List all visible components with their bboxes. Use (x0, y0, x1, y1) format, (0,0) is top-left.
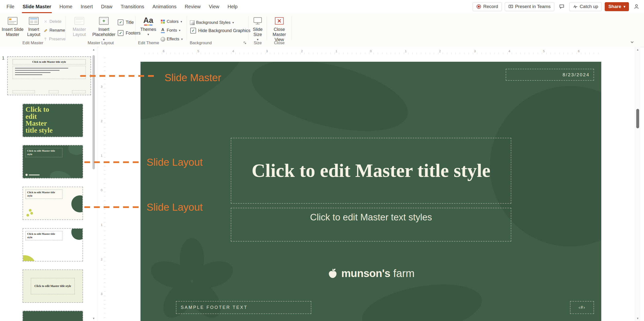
delete-button[interactable]: × Delete (43, 18, 66, 26)
title-checkbox[interactable]: ✓ Title (118, 20, 134, 25)
tab-review[interactable]: Review (180, 0, 205, 13)
catch-up-label: Catch up (580, 4, 598, 9)
share-button[interactable]: Share ▾ (605, 2, 629, 11)
leaf-decoration (22, 253, 37, 261)
dropdown-chevron-icon: ▾ (232, 21, 234, 24)
tab-animations[interactable]: Animations (148, 0, 180, 13)
group-label-edit-master: Edit Master (0, 41, 66, 45)
collapse-ribbon-button[interactable] (630, 41, 634, 45)
main-scrollbar-thumb[interactable] (636, 109, 639, 128)
scroll-up-icon[interactable]: ▲ (635, 48, 640, 51)
close-master-view-button[interactable]: Close Master View (268, 15, 291, 45)
dropdown-chevron-icon: ▾ (179, 29, 180, 32)
insert-placeholder-icon (99, 16, 109, 26)
tab-insert[interactable]: Insert (76, 0, 97, 13)
checkbox-checked-icon: ✓ (118, 20, 124, 25)
footer-placeholder[interactable]: SAMPLE FOOTER TEXT (176, 301, 311, 314)
circle-decoration (71, 195, 83, 212)
thumbnail-body-placeholder (12, 66, 86, 79)
slide-index-number: 1 (2, 55, 4, 61)
fonts-icon: A (160, 28, 165, 33)
body-placeholder[interactable]: Click to edit Master text styles (231, 208, 511, 242)
scroll-up-icon[interactable]: ▲ (92, 48, 96, 51)
catch-up-button[interactable]: Catch up (569, 2, 602, 11)
thumbnail-footer-placeholders (12, 90, 86, 93)
thumbnail-layout-4[interactable]: Click to edit Master title style (22, 228, 83, 261)
scroll-down-icon[interactable]: ▼ (92, 317, 96, 320)
annotation-slide-layout-1: Slide Layout (146, 156, 202, 168)
person-icon (634, 4, 639, 9)
tab-home[interactable]: Home (55, 0, 76, 13)
delete-label: Delete (50, 19, 62, 24)
thumbnail-scrollbar[interactable]: ▲ ▼ (92, 47, 96, 321)
insert-slide-master-button[interactable]: Insert Slide Master (0, 15, 25, 45)
themes-button[interactable]: Aa Themes ▾ (138, 15, 159, 45)
slide-size-icon (253, 16, 262, 26)
fonts-button[interactable]: A Fonts ▾ (160, 26, 186, 35)
slide-number-placeholder[interactable]: ‹#› (570, 301, 594, 314)
fonts-label: Fonts (167, 28, 177, 33)
thumbnail-logo-icon (26, 174, 28, 176)
dropdown-chevron-icon: ▾ (180, 20, 182, 23)
background-styles-icon (190, 21, 194, 25)
tab-help[interactable]: Help (224, 0, 242, 13)
title-placeholder[interactable]: Click to edit Master title style (231, 138, 511, 204)
hide-background-graphics-checkbox[interactable]: ✓ Hide Background Graphics (190, 28, 250, 34)
tab-view[interactable]: View (205, 0, 224, 13)
thumbnail-title-placeholder: Click to edit Master title style (26, 148, 62, 157)
ribbon-group-background: Background Styles ▾ ✓ Hide Background Gr… (187, 13, 248, 47)
ribbon-group-close: Close Master View Close (267, 13, 292, 47)
edit-master-small-buttons: × Delete Rename Preserve (43, 18, 66, 44)
main-vertical-scrollbar[interactable]: ▲ ▼ (635, 47, 640, 321)
master-title-text: Click to edit Master title style (252, 159, 490, 183)
date-text: 8/23/2024 (562, 69, 590, 80)
effects-button[interactable]: Effects ▾ (160, 35, 186, 43)
tab-transitions[interactable]: Transitions (116, 0, 148, 13)
master-body-text: Click to edit Master text styles (310, 212, 432, 223)
tab-slide-master[interactable]: Slide Master (18, 0, 55, 13)
tab-file[interactable]: File (2, 0, 18, 13)
comments-button[interactable] (557, 2, 566, 11)
people-button[interactable] (632, 2, 641, 11)
colors-button[interactable]: Colors ▾ (160, 18, 186, 26)
ribbon-group-master-layout: Master Layout Insert Placeholder ▾ ✓ Tit… (66, 13, 136, 47)
delete-icon: × (43, 19, 48, 24)
tab-draw[interactable]: Draw (97, 0, 116, 13)
insert-placeholder-button[interactable]: Insert Placeholder ▾ (92, 15, 116, 45)
present-in-teams-button[interactable]: Present in Teams (505, 2, 554, 11)
annotation-line-slide-layout-1 (84, 161, 141, 163)
thumbnail-scrollbar-thumb[interactable] (92, 55, 95, 169)
annotation-slide-layout-2: Slide Layout (146, 202, 202, 213)
thumbnail-title-placeholder: Click to edit Master title style (12, 59, 86, 64)
slide-size-button[interactable]: Slide Size ▾ (249, 15, 266, 45)
insert-layout-button[interactable]: Insert Layout (25, 15, 43, 45)
insert-slide-master-label: Insert Slide Master (0, 27, 25, 37)
catch-up-icon (573, 4, 578, 9)
background-dialog-launcher-icon[interactable] (243, 41, 246, 45)
checkbox-checked-icon: ✓ (118, 30, 124, 36)
slide-master-editing-surface[interactable]: 8/23/2024 Click to edit Master title sty… (140, 62, 601, 321)
thumbnail-layout-2[interactable]: Click to edit Master title style (22, 145, 83, 178)
rename-icon (43, 28, 48, 33)
thumbnail-layout-1[interactable]: Click to edit Master title style (22, 104, 83, 137)
group-label-background: Background (190, 41, 212, 45)
apple-logo-icon (327, 268, 338, 279)
master-layout-button[interactable]: Master Layout (68, 15, 91, 45)
thumbnail-layout-3[interactable]: Click to edit Master title style (22, 187, 83, 220)
circle-decoration (71, 228, 83, 240)
thumbnail-slide-master[interactable]: Click to edit Master title style (7, 56, 91, 95)
ribbon-group-edit-master: Insert Slide Master Insert Layout × Dele… (0, 13, 66, 47)
rename-button[interactable]: Rename (43, 26, 66, 35)
ribbon: Insert Slide Master Insert Layout × Dele… (0, 13, 644, 47)
thumbnail-layout-5[interactable]: Click to edit Master title style (22, 269, 83, 303)
background-styles-button[interactable]: Background Styles ▾ (190, 19, 234, 27)
insert-layout-icon (29, 16, 38, 26)
present-in-teams-label: Present in Teams (515, 4, 550, 9)
title-checkbox-label: Title (126, 20, 134, 25)
record-icon (476, 4, 481, 9)
date-placeholder[interactable]: 8/23/2024 (506, 69, 594, 81)
comment-icon (559, 4, 564, 9)
record-button[interactable]: Record (473, 2, 502, 11)
thumbnail-layout-6[interactable] (22, 311, 83, 321)
scroll-down-icon[interactable]: ▼ (635, 317, 640, 320)
